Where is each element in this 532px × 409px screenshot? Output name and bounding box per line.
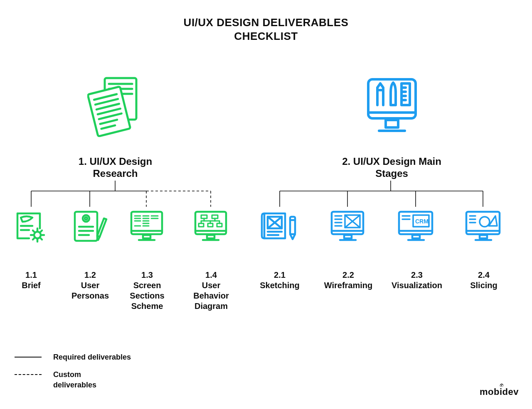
- leaf-1-4-label: 1.4 User Behavior Diagram: [188, 270, 234, 311]
- leaf-2-3-num: 2.3: [411, 270, 423, 279]
- leaf-2-2-label: 2.2 Wireframing: [318, 270, 379, 291]
- legend: Required deliverables Custom deliverable…: [15, 352, 181, 397]
- leaf-2-3-text: Visualization: [392, 281, 442, 290]
- svg-text:CRM: CRM: [415, 218, 429, 225]
- leaf-2-1-num: 2.1: [274, 270, 286, 279]
- leaf-2-1-label: 2.1 Sketching: [254, 270, 306, 291]
- mobidev-logo: mobidev: [480, 387, 519, 397]
- wireframing-icon: [328, 208, 367, 247]
- leaf-2-4-num: 2.4: [478, 270, 490, 279]
- section-1-title-line1: 1. UI/UX Design: [79, 156, 152, 167]
- legend-required-text: Required deliverables: [53, 352, 131, 362]
- connectors: [0, 0, 532, 409]
- documents-icon: [87, 75, 143, 139]
- title-line-2: CHECKLIST: [234, 30, 298, 42]
- leaf-2-4-text: Slicing: [470, 281, 498, 290]
- svg-rect-111: [480, 235, 487, 238]
- legend-custom-text: Custom deliverables: [53, 370, 96, 390]
- leaf-1-3-num: 1.3: [141, 270, 153, 279]
- diagram-page: UI/UX DESIGN DELIVERABLES CHECKLIST: [0, 0, 532, 409]
- svg-rect-27: [386, 120, 398, 127]
- page-title: UI/UX DESIGN DELIVERABLES CHECKLIST: [0, 16, 532, 43]
- leaf-2-2-num: 2.2: [342, 270, 354, 279]
- behavior-diagram-icon: [192, 208, 229, 247]
- legend-custom-line2: deliverables: [53, 381, 96, 389]
- svg-rect-92: [344, 235, 352, 238]
- leaf-2-2-text: Wireframing: [324, 281, 373, 290]
- leaf-2-4-label: 2.4 Slicing: [461, 270, 506, 291]
- leaf-1-2-num: 1.2: [84, 270, 96, 279]
- legend-line-solid-icon: [15, 357, 42, 358]
- leaf-1-2-text: User Personas: [71, 281, 109, 300]
- design-tools-icon: [365, 76, 419, 140]
- leaf-2-1-text: Sketching: [260, 281, 300, 290]
- svg-point-48: [85, 217, 87, 220]
- svg-line-43: [40, 238, 42, 240]
- svg-line-44: [40, 230, 42, 232]
- section-2-title-line2: Stages: [375, 168, 408, 179]
- svg-line-45: [33, 238, 34, 240]
- sketching-icon: [259, 208, 300, 247]
- svg-rect-69: [207, 235, 214, 238]
- leaf-1-4-text: User Behavior Diagram: [193, 281, 229, 311]
- leaf-1-4-num: 1.4: [205, 270, 217, 279]
- leaf-1-1-text: Brief: [22, 281, 41, 290]
- leaf-1-2-label: 1.2 User Personas: [67, 270, 113, 301]
- legend-custom: Custom deliverables: [15, 370, 181, 390]
- svg-line-42: [33, 230, 34, 232]
- leaf-1-1-num: 1.1: [25, 270, 37, 279]
- legend-custom-line1: Custom: [53, 370, 81, 379]
- screen-sections-icon: [128, 208, 165, 247]
- legend-line-dashed-icon: [15, 374, 42, 375]
- brief-gear-icon: [12, 208, 50, 247]
- svg-rect-103: [412, 235, 420, 238]
- slicing-icon: [463, 208, 503, 247]
- section-1-title-line2: Research: [93, 168, 138, 179]
- section-2-title: 2. UI/UX Design Main Stages: [330, 156, 453, 180]
- leaf-1-3-label: 1.3 Screen Sections Scheme: [125, 270, 170, 311]
- svg-rect-54: [143, 235, 150, 238]
- title-line-1: UI/UX DESIGN DELIVERABLES: [184, 16, 349, 29]
- leaf-1-1-label: 1.1 Brief: [12, 270, 51, 291]
- visualization-icon: CRM: [396, 208, 436, 247]
- svg-point-47: [83, 215, 89, 222]
- persona-icon: [71, 208, 109, 247]
- section-2-title-line1: 2. UI/UX Design Main: [342, 156, 441, 167]
- section-1-title: 1. UI/UX Design Research: [60, 156, 170, 180]
- legend-required: Required deliverables: [15, 352, 181, 362]
- leaf-1-3-text: Screen Sections Scheme: [130, 281, 164, 311]
- svg-point-116: [480, 217, 490, 227]
- leaf-2-3-label: 2.3 Visualization: [386, 270, 448, 291]
